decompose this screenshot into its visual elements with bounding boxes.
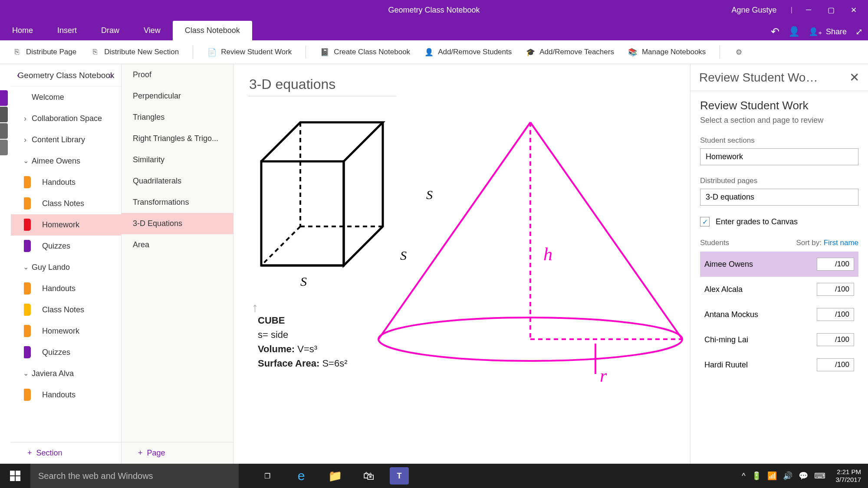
page-item[interactable]: Quadrilaterals <box>122 170 233 192</box>
sidebar-subitem[interactable]: Homework <box>11 321 121 342</box>
ribbon-toolbar: ⎘Distribute Page ⎘Distribute New Section… <box>0 40 868 64</box>
sidebar-subitem[interactable]: Class Notes <box>11 193 121 214</box>
checkbox-icon[interactable]: ✓ <box>700 217 710 226</box>
search-icon[interactable]: ⌕ <box>108 71 113 80</box>
task-view-icon[interactable]: ❐ <box>254 464 280 488</box>
student-row[interactable]: Aimee Owens/100 <box>700 252 858 277</box>
sidebar-item[interactable]: Content Library <box>11 129 121 151</box>
page-canvas[interactable]: 3-D equations S S S <box>233 64 690 464</box>
notebook-tabs-strip <box>0 64 11 464</box>
distribute-page-button[interactable]: ⎘Distribute Page <box>12 47 76 57</box>
notebook-tab[interactable] <box>0 140 8 155</box>
toolbar-separator <box>306 46 306 59</box>
student-sections-select[interactable]: Homework <box>700 148 858 165</box>
tab-home[interactable]: Home <box>0 21 45 40</box>
keyboard-icon[interactable]: ⌨ <box>814 471 825 481</box>
sidebar-subitem[interactable]: Handouts <box>11 384 121 406</box>
distribute-new-section-button[interactable]: ⎘Distribute New Section <box>90 47 179 57</box>
sidebar-subitem[interactable]: Quizzes <box>11 236 121 257</box>
svg-line-3 <box>530 122 682 339</box>
sidebar-subitem[interactable]: Class Notes <box>11 299 121 321</box>
manage-notebooks-button[interactable]: 📚Manage Notebooks <box>628 47 706 57</box>
user-divider: | <box>791 6 792 14</box>
tray-chevron-icon[interactable]: ^ <box>742 472 745 481</box>
page-item[interactable]: Area <box>122 234 233 255</box>
tab-view[interactable]: View <box>132 21 173 40</box>
sidebar-item[interactable]: Aimee Owens <box>11 151 121 172</box>
review-student-work-button[interactable]: 📄Review Student Work <box>207 47 292 57</box>
wifi-icon[interactable]: 📶 <box>767 471 777 481</box>
page-item[interactable]: Proof <box>122 64 233 85</box>
tab-insert[interactable]: Insert <box>45 21 89 40</box>
cone-drawing <box>365 109 690 387</box>
taskbar-search[interactable]: Search the web and Windows <box>30 464 239 488</box>
grade-input[interactable]: /100 <box>817 358 854 371</box>
add-section-button[interactable]: +Section <box>11 442 121 464</box>
section-sidebar: ‹ Geometry Class Notebook ⌕ WelcomeColla… <box>11 64 122 464</box>
sidebar-subitem[interactable]: Homework <box>11 214 121 236</box>
notebook-tab[interactable] <box>0 123 8 139</box>
create-class-notebook-button[interactable]: 📓Create Class Notebook <box>320 47 410 57</box>
add-remove-teachers-button[interactable]: 🎓Add/Remove Teachers <box>526 47 614 57</box>
distributed-pages-select[interactable]: 3-D equations <box>700 189 858 206</box>
sidebar-subitem[interactable]: Handouts <box>11 278 121 299</box>
maximize-button[interactable]: ▢ <box>825 3 838 16</box>
teams-icon[interactable]: T <box>390 467 409 485</box>
current-user[interactable]: Agne Gustye <box>732 6 781 15</box>
page-item[interactable]: Triangles <box>122 107 233 128</box>
sidebar-item[interactable]: Collaboration Space <box>11 108 121 129</box>
review-panel: Review Student Wo… ✕ Review Student Work… <box>690 64 868 464</box>
formula-block: CUBE s= side Volume: V=s³ Surface Area: … <box>258 313 347 370</box>
grade-input[interactable]: /100 <box>817 333 854 346</box>
tab-class-notebook[interactable]: Class Notebook <box>173 21 252 40</box>
student-row[interactable]: Alex Alcala/100 <box>700 277 858 302</box>
sidebar-item[interactable]: Welcome <box>11 87 121 108</box>
close-panel-icon[interactable]: ✕ <box>849 70 859 85</box>
tab-draw[interactable]: Draw <box>89 21 132 40</box>
sidebar-subitem[interactable]: Quizzes <box>11 342 121 363</box>
page-item[interactable]: Similarity <box>122 149 233 170</box>
share-button[interactable]: 👤₊ Share <box>809 27 847 36</box>
page-title[interactable]: 3-D equations <box>248 75 396 96</box>
volume-icon[interactable]: 🔊 <box>783 471 792 481</box>
system-tray[interactable]: ^ 🔋 📶 🔊 💬 ⌨ 2:21 PM 3/7/2017 <box>742 468 868 484</box>
grade-input[interactable]: /100 <box>817 308 854 321</box>
minimize-button[interactable]: ─ <box>802 3 815 16</box>
file-explorer-icon[interactable]: 📁 <box>322 464 348 488</box>
edge-icon[interactable]: e <box>288 464 314 488</box>
start-button[interactable] <box>0 464 30 488</box>
student-row[interactable]: Chi-ming Lai/100 <box>700 327 858 352</box>
canvas-grades-checkbox-row[interactable]: ✓ Enter grades to Canvas <box>700 217 858 226</box>
sidebar-item[interactable]: Guy Lando <box>11 257 121 278</box>
distribute-section-icon: ⎘ <box>90 47 100 57</box>
notebook-tab[interactable] <box>0 107 8 122</box>
section-color-tab <box>24 304 31 316</box>
notebook-title[interactable]: Geometry Class Notebook <box>18 71 115 80</box>
fullscreen-icon[interactable]: ⤢ <box>855 26 863 37</box>
student-row[interactable]: Hardi Ruutel/100 <box>700 352 858 377</box>
account-icon[interactable]: 👤 <box>788 26 800 37</box>
undo-icon[interactable]: ↶ <box>771 26 779 38</box>
store-icon[interactable]: 🛍 <box>356 464 382 488</box>
add-page-button[interactable]: +Page <box>122 442 233 464</box>
plus-icon: + <box>138 449 143 458</box>
page-item[interactable]: Right Triangles & Trigo... <box>122 128 233 149</box>
sidebar-item[interactable]: Javiera Alva <box>11 363 121 384</box>
grade-input[interactable]: /100 <box>817 283 854 296</box>
page-item[interactable]: 3-D Equations <box>122 213 233 234</box>
notifications-icon[interactable]: 💬 <box>799 471 808 481</box>
grade-input[interactable]: /100 <box>817 258 854 271</box>
extras-button[interactable]: ⚙ <box>734 47 743 57</box>
battery-icon[interactable]: 🔋 <box>752 471 761 481</box>
back-icon[interactable]: ‹ <box>17 71 20 80</box>
page-item[interactable]: Perpendicular <box>122 85 233 107</box>
close-button[interactable]: ✕ <box>847 3 860 16</box>
sort-by-link[interactable]: First name <box>824 239 858 247</box>
clock[interactable]: 2:21 PM 3/7/2017 <box>832 468 861 484</box>
student-row[interactable]: Antana Mockus/100 <box>700 302 858 327</box>
notebook-tab[interactable] <box>0 90 8 106</box>
add-remove-students-button[interactable]: 👤Add/Remove Students <box>424 47 512 57</box>
student-name: Chi-ming Lai <box>704 335 748 344</box>
sidebar-subitem[interactable]: Handouts <box>11 172 121 193</box>
page-item[interactable]: Transformations <box>122 192 233 213</box>
